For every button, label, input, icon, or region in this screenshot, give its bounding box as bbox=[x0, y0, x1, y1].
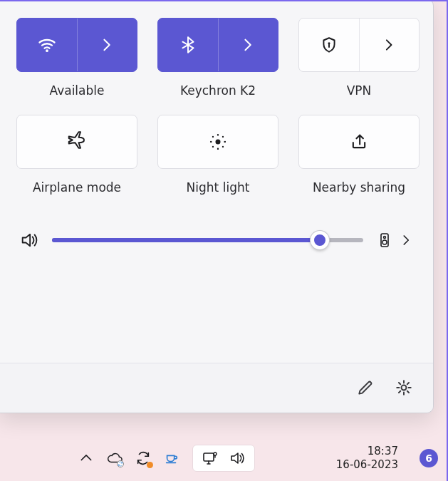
wifi-tile: Available bbox=[16, 18, 137, 98]
taskbar: 18:37 16-06-2023 6 bbox=[0, 435, 448, 481]
airplane-icon bbox=[66, 131, 88, 152]
nearby-share-button[interactable] bbox=[298, 115, 420, 169]
wifi-button[interactable] bbox=[16, 18, 137, 72]
night-light-button[interactable] bbox=[157, 115, 278, 169]
chevron-right-icon bbox=[382, 38, 397, 52]
chevron-right-icon bbox=[100, 37, 115, 53]
speaker-device-icon bbox=[376, 232, 393, 249]
bluetooth-expand[interactable] bbox=[218, 19, 278, 71]
chevron-right-icon bbox=[400, 234, 413, 247]
bluetooth-button[interactable] bbox=[157, 18, 278, 72]
airplane-tile: Airplane mode bbox=[16, 115, 137, 195]
tray-overflow-button[interactable] bbox=[78, 450, 94, 466]
vpn-toggle[interactable] bbox=[299, 19, 359, 71]
vpn-button[interactable] bbox=[298, 18, 420, 72]
sound-icon[interactable] bbox=[19, 230, 39, 250]
wifi-label: Available bbox=[50, 83, 105, 98]
audio-output-button[interactable] bbox=[376, 232, 413, 249]
shield-lock-icon bbox=[320, 36, 338, 54]
edit-button[interactable] bbox=[356, 378, 376, 398]
bluetooth-label: Keychron K2 bbox=[180, 83, 256, 98]
caffeine-icon[interactable] bbox=[164, 450, 179, 466]
airplane-label: Airplane mode bbox=[33, 180, 121, 195]
settings-button[interactable] bbox=[395, 378, 415, 398]
system-tray-chip[interactable] bbox=[192, 445, 255, 472]
sound-icon bbox=[229, 450, 246, 467]
quick-settings-panel: Available Keychron K2 bbox=[0, 0, 434, 413]
volume-row bbox=[0, 202, 433, 257]
night-light-icon bbox=[208, 132, 228, 152]
network-icon bbox=[202, 450, 219, 467]
sync-icon[interactable] bbox=[135, 450, 151, 466]
taskbar-clock[interactable]: 18:37 16-06-2023 bbox=[336, 445, 398, 472]
clock-date: 16-06-2023 bbox=[336, 458, 398, 472]
bluetooth-tile: Keychron K2 bbox=[157, 18, 278, 98]
night-light-label: Night light bbox=[187, 180, 250, 195]
share-icon bbox=[349, 132, 369, 152]
notification-badge[interactable]: 6 bbox=[420, 449, 438, 467]
vpn-expand[interactable] bbox=[359, 19, 419, 71]
night-light-tile: Night light bbox=[157, 115, 278, 195]
vpn-label: VPN bbox=[347, 83, 372, 98]
wifi-toggle[interactable] bbox=[17, 19, 77, 71]
volume-slider[interactable] bbox=[52, 232, 363, 249]
quick-settings-footer bbox=[0, 363, 433, 413]
bluetooth-icon bbox=[179, 36, 197, 54]
nearby-share-label: Nearby sharing bbox=[313, 180, 405, 195]
vpn-tile: VPN bbox=[298, 18, 420, 98]
quick-settings-grid: Available Keychron K2 bbox=[16, 18, 416, 195]
wifi-icon bbox=[37, 35, 57, 55]
wifi-expand[interactable] bbox=[77, 19, 137, 71]
nearby-share-tile: Nearby sharing bbox=[298, 115, 420, 195]
airplane-button[interactable] bbox=[16, 115, 137, 169]
chevron-right-icon bbox=[241, 37, 256, 53]
bluetooth-toggle[interactable] bbox=[158, 19, 218, 71]
clock-time: 18:37 bbox=[336, 445, 398, 458]
onedrive-icon[interactable] bbox=[107, 450, 123, 466]
